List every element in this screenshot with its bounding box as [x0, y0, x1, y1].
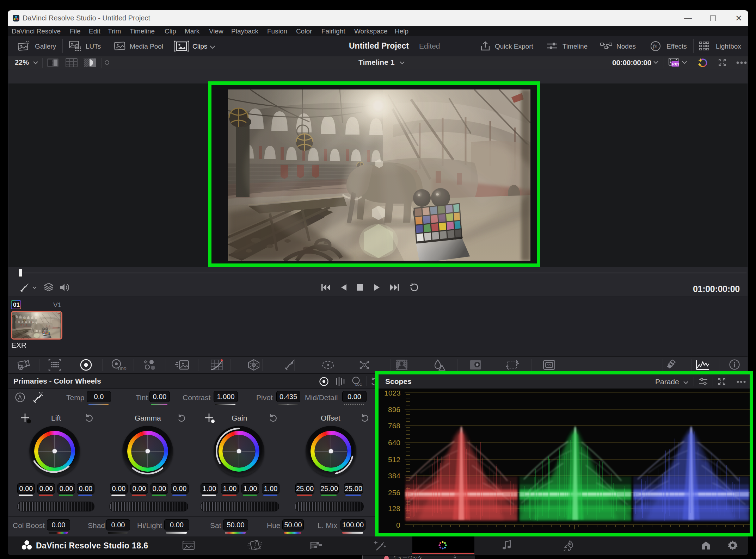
svg-text:fx: fx — [653, 43, 657, 50]
svg-text:HDR: HDR — [118, 367, 127, 371]
svg-text:A: A — [18, 395, 22, 400]
svg-text:3D: 3D — [547, 363, 551, 367]
svg-text:LOG: LOG — [355, 383, 362, 386]
svg-text:PXY: PXY — [672, 62, 680, 66]
